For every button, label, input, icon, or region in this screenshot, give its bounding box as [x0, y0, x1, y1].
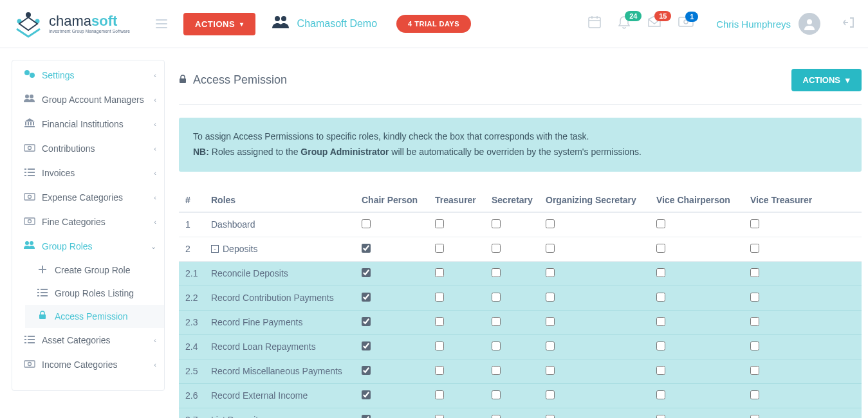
permission-checkbox[interactable]: [750, 341, 759, 350]
permission-checkbox[interactable]: [656, 293, 665, 302]
permission-checkbox[interactable]: [362, 244, 371, 253]
permission-checkbox[interactable]: [492, 366, 501, 375]
sidebar-subitem-access-pemission[interactable]: Access Pemission: [25, 305, 164, 328]
sidebar-item-financial-institutions[interactable]: Financial Institutions‹: [12, 112, 164, 136]
permission-checkbox[interactable]: [492, 390, 501, 399]
billing-button[interactable]: 1: [678, 15, 694, 32]
permission-checkbox[interactable]: [362, 366, 371, 375]
permission-checkbox[interactable]: [656, 244, 665, 253]
sidebar-item-income-categories[interactable]: Income Categories‹: [12, 352, 164, 377]
permission-checkbox[interactable]: [546, 244, 555, 253]
permission-checkbox[interactable]: [546, 415, 555, 418]
row-num: 2.3: [179, 310, 205, 334]
permission-checkbox[interactable]: [492, 415, 501, 418]
permissions-table-wrap: # Roles Chair Person Treasurer Secretary…: [179, 188, 862, 418]
permission-checkbox[interactable]: [750, 293, 759, 302]
sidebar-item-label: Group Account Managers: [42, 95, 144, 105]
menu-toggle-icon[interactable]: [156, 19, 167, 28]
permission-checkbox[interactable]: [435, 341, 444, 350]
permission-checkbox[interactable]: [362, 219, 371, 228]
permission-checkbox[interactable]: [656, 366, 665, 375]
row-label: Record Contribution Payments: [211, 293, 349, 303]
logout-icon[interactable]: [842, 16, 855, 32]
permission-checkbox[interactable]: [435, 317, 444, 326]
sidebar-item-label: Group Roles: [42, 241, 93, 251]
sidebar-item-group-account-managers[interactable]: Group Account Managers‹: [12, 87, 164, 112]
svg-point-19: [28, 147, 32, 150]
permission-checkbox[interactable]: [546, 293, 555, 302]
permission-checkbox[interactable]: [362, 293, 371, 302]
svg-point-9: [24, 70, 30, 75]
sidebar-item-invoices[interactable]: Invoices‹: [12, 161, 164, 185]
permission-checkbox[interactable]: [435, 244, 444, 253]
permission-checkbox[interactable]: [492, 293, 501, 302]
sidebar-item-label: Create Group Role: [55, 265, 131, 275]
svg-rect-41: [24, 336, 26, 337]
messages-badge: 15: [654, 11, 671, 21]
messages-button[interactable]: 15: [647, 15, 662, 33]
permission-checkbox[interactable]: [750, 317, 759, 326]
svg-point-3: [275, 16, 280, 21]
permission-checkbox[interactable]: [435, 268, 444, 277]
permission-checkbox[interactable]: [656, 219, 665, 228]
permission-checkbox[interactable]: [362, 390, 371, 399]
permission-checkbox[interactable]: [750, 244, 759, 253]
permission-checkbox[interactable]: [492, 317, 501, 326]
permission-checkbox[interactable]: [546, 366, 555, 375]
page-actions-button[interactable]: ACTIONS ▾: [791, 69, 862, 91]
permission-checkbox[interactable]: [492, 244, 501, 253]
permission-checkbox[interactable]: [750, 219, 759, 228]
permission-checkbox[interactable]: [435, 390, 444, 399]
permission-checkbox[interactable]: [492, 219, 501, 228]
permission-checkbox[interactable]: [492, 341, 501, 350]
permission-checkbox[interactable]: [362, 341, 371, 350]
permission-checkbox[interactable]: [546, 219, 555, 228]
svg-rect-22: [24, 172, 26, 173]
actions-button[interactable]: ACTIONS ▾: [183, 13, 255, 35]
chevron-icon: ‹: [154, 336, 156, 344]
sidebar-item-asset-categories[interactable]: Asset Categories‹: [12, 328, 164, 352]
lock-icon: [179, 75, 187, 86]
permission-checkbox[interactable]: [750, 366, 759, 375]
permission-checkbox[interactable]: [656, 390, 665, 399]
permission-checkbox[interactable]: [492, 268, 501, 277]
permission-checkbox[interactable]: [435, 415, 444, 418]
permission-checkbox[interactable]: [546, 390, 555, 399]
user-menu[interactable]: Chris Humphreys: [716, 13, 820, 35]
table-row: 2.6Record External Income: [179, 383, 862, 408]
permission-checkbox[interactable]: [546, 317, 555, 326]
sidebar-item-fine-categories[interactable]: Fine Categories‹: [12, 210, 164, 234]
permission-checkbox[interactable]: [750, 415, 759, 418]
list-icon: [35, 287, 50, 299]
permission-checkbox[interactable]: [362, 268, 371, 277]
collapse-icon[interactable]: -: [211, 245, 219, 253]
logo[interactable]: chamasoft Investment Group Management So…: [13, 8, 130, 39]
sidebar-item-group-roles[interactable]: Group Roles⌄: [12, 234, 164, 259]
permission-checkbox[interactable]: [750, 268, 759, 277]
sidebar-settings[interactable]: Settings ‹: [12, 63, 164, 87]
sidebar-subitem-create-group-role[interactable]: Create Group Role: [25, 259, 164, 282]
permission-checkbox[interactable]: [656, 341, 665, 350]
permission-checkbox[interactable]: [362, 415, 371, 418]
permission-checkbox[interactable]: [546, 341, 555, 350]
bell-button[interactable]: 24: [617, 15, 631, 33]
permission-checkbox[interactable]: [656, 268, 665, 277]
permission-checkbox[interactable]: [435, 293, 444, 302]
permission-checkbox[interactable]: [750, 390, 759, 399]
permission-checkbox[interactable]: [435, 219, 444, 228]
trial-badge[interactable]: 4 TRIAL DAYS: [396, 15, 471, 33]
permission-checkbox[interactable]: [435, 366, 444, 375]
svg-rect-15: [30, 122, 32, 125]
permission-checkbox[interactable]: [656, 415, 665, 418]
row-num: 2.4: [179, 334, 205, 359]
info-line1: To assign Access Permissions to specific…: [193, 129, 847, 145]
topbar-right: 24 15 1 Chris Humphreys: [587, 13, 855, 35]
permission-checkbox[interactable]: [362, 317, 371, 326]
calendar-button[interactable]: [587, 15, 602, 33]
sidebar-item-expense-categories[interactable]: Expense Categories‹: [12, 185, 164, 210]
sidebar-item-contributions[interactable]: Contributions‹: [12, 136, 164, 161]
permission-checkbox[interactable]: [546, 268, 555, 277]
permission-checkbox[interactable]: [656, 317, 665, 326]
sidebar-subitem-group-roles-listing[interactable]: Group Roles Listing: [25, 282, 164, 305]
group-area[interactable]: Chamasoft Demo: [272, 14, 378, 34]
